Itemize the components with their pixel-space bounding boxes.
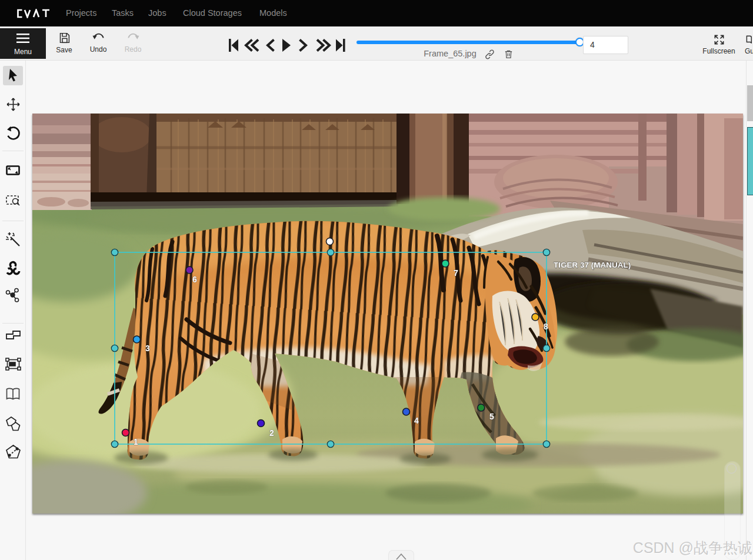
svg-text:7: 7 [454,268,458,278]
svg-text:4: 4 [414,416,419,425]
svg-text:2: 2 [269,428,274,438]
svg-text:8: 8 [544,322,548,331]
svg-text:1: 1 [134,437,138,446]
svg-text:6: 6 [192,275,197,284]
svg-text:5: 5 [489,412,494,421]
svg-text:TIGER 37 (MANUAL): TIGER 37 (MANUAL) [554,261,631,269]
svg-text:3: 3 [145,344,150,353]
